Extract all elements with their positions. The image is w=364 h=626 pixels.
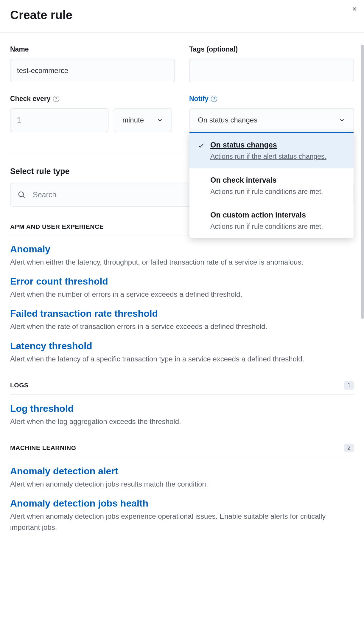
rule-title: Log threshold <box>10 403 74 414</box>
category-header-logs: LOGS 1 <box>10 381 354 395</box>
rule-type-error-count-threshold[interactable]: Error count threshold Alert when the num… <box>10 276 354 300</box>
category-name: LOGS <box>10 382 29 389</box>
rule-title: Anomaly detection alert <box>10 466 118 477</box>
check-every-unit-value: minute <box>122 116 144 124</box>
notify-option-check-intervals[interactable]: On check intervals Actions run if rule c… <box>189 168 354 204</box>
name-input[interactable] <box>10 59 175 82</box>
search-icon <box>17 190 26 199</box>
page-title: Create rule <box>10 8 354 22</box>
rule-type-latency-threshold[interactable]: Latency threshold Alert when the latency… <box>10 341 354 364</box>
category-name: APM AND USER EXPERIENCE <box>10 223 104 230</box>
modal-content: Name Tags (optional) Check every ? minut… <box>0 33 364 545</box>
option-title: On status changes <box>210 140 345 150</box>
chevron-down-icon <box>157 117 163 123</box>
rule-desc: Alert when either the latency, throughpu… <box>10 257 354 268</box>
option-title: On custom action intervals <box>210 210 345 220</box>
check-every-label: Check every ? <box>10 95 175 103</box>
modal-header: Create rule <box>0 0 364 33</box>
help-icon[interactable]: ? <box>53 96 59 102</box>
category-badge: 2 <box>344 444 354 452</box>
rule-title: Anomaly detection jobs health <box>10 498 148 509</box>
rule-type-anomaly-detection-alert[interactable]: Anomaly detection alert Alert when anoma… <box>10 466 354 490</box>
category-name: MACHINE LEARNING <box>10 444 76 451</box>
scrollbar-thumb[interactable] <box>361 45 364 319</box>
rule-desc: Alert when the rate of transaction error… <box>10 321 354 332</box>
rule-desc: Alert when the latency of a specific tra… <box>10 353 354 364</box>
rule-desc: Alert when the number of errors in a ser… <box>10 289 354 300</box>
name-label: Name <box>10 45 175 53</box>
tags-input[interactable] <box>189 59 354 82</box>
option-desc: Actions run if rule conditions are met. <box>210 187 345 197</box>
rule-title: Latency threshold <box>10 341 92 352</box>
tags-label: Tags (optional) <box>189 45 354 53</box>
option-title: On check intervals <box>210 175 345 185</box>
rule-title: Failed transaction rate threshold <box>10 308 158 319</box>
notify-option-custom-intervals[interactable]: On custom action intervals Actions run i… <box>189 203 354 238</box>
check-icon <box>197 142 204 149</box>
check-every-value-input[interactable] <box>10 108 108 132</box>
notify-label: Notify ? <box>189 95 354 103</box>
option-desc: Actions run if rule conditions are met. <box>210 221 345 232</box>
close-icon <box>351 6 357 12</box>
rule-type-log-threshold[interactable]: Log threshold Alert when the log aggrega… <box>10 403 354 427</box>
notify-dropdown-panel: On status changes Actions run if the ale… <box>189 132 354 238</box>
notify-selected-value: On status changes <box>198 116 257 124</box>
rule-desc: Alert when anomaly detection jobs experi… <box>10 511 354 533</box>
rule-desc: Alert when the log aggregation exceeds t… <box>10 416 354 427</box>
category-badge: 1 <box>344 381 354 390</box>
rule-title: Error count threshold <box>10 276 108 287</box>
rule-desc: Alert when anomaly detection jobs result… <box>10 479 354 490</box>
svg-point-0 <box>19 192 24 197</box>
help-icon[interactable]: ? <box>211 96 217 102</box>
check-every-unit-select[interactable]: minute <box>114 108 172 132</box>
rule-type-failed-transaction-rate-threshold[interactable]: Failed transaction rate threshold Alert … <box>10 308 354 332</box>
notify-option-status-changes[interactable]: On status changes Actions run if the ale… <box>189 133 354 168</box>
category-header-machine-learning: MACHINE LEARNING 2 <box>10 444 354 457</box>
rule-title: Anomaly <box>10 244 50 255</box>
rule-type-anomaly[interactable]: Anomaly Alert when either the latency, t… <box>10 244 354 268</box>
rule-type-anomaly-detection-jobs-health[interactable]: Anomaly detection jobs health Alert when… <box>10 498 354 533</box>
close-button[interactable] <box>351 5 358 13</box>
notify-select[interactable]: On status changes On status changes Acti… <box>189 108 354 132</box>
option-desc: Actions run if the alert status changes. <box>210 151 345 162</box>
chevron-down-icon <box>339 117 345 123</box>
